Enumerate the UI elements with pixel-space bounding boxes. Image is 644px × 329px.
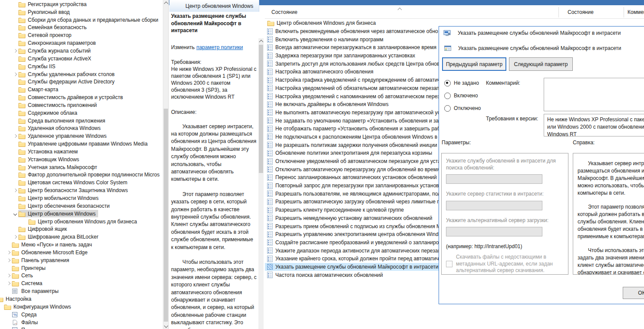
tree-item[interactable]: Центр обновления Windows [12,210,163,218]
ok-button[interactable]: ОК [623,287,644,299]
folder-icon [4,303,11,310]
radio-option[interactable]: Отключено [444,104,481,112]
column-divider[interactable] [624,7,624,17]
chevron-right-icon[interactable] [6,282,12,285]
tree-item[interactable]: Центр мобильности Windows [12,194,163,202]
tree-item[interactable]: Служба установки ActiveX [12,55,163,63]
description-scrollbar-thumb[interactable] [259,45,263,173]
tree-item-inner: Управление цифровыми правами Windows Med… [18,140,149,148]
list-item-label: Разрешить немедленную установку автомати… [275,215,432,221]
tree-item[interactable]: Цифровой ящик [12,225,163,233]
dialog-titlebar[interactable]: Указать размещение службы обновлений Май… [439,27,644,40]
tree-item[interactable]: Принтеры [6,264,163,272]
tree-item[interactable]: %Среда [6,311,163,319]
tree-item[interactable]: Синхронизация параметров [12,39,163,47]
tree-item[interactable]: Настройка [0,295,163,303]
radio-button[interactable] [444,93,451,99]
tree-item[interactable]: Удаленная оболочка Windows [12,125,163,133]
download-files-checkbox-row: Скачивать файлы с недостающими в метадан… [446,254,564,274]
tree-item[interactable]: Службы удаленных рабочих столов [12,70,163,78]
environment-icon: % [12,311,19,318]
tree-item[interactable]: Регистрация устройства [12,0,163,8]
tree-item[interactable]: Панель управления [6,256,163,264]
tree-item-inner: Система [12,280,43,287]
tree-item[interactable]: Сеть [6,272,163,280]
column-header-state-left[interactable]: Состояние [271,9,297,15]
scroll-down-button[interactable] [163,323,168,329]
chevron-right-icon[interactable] [6,251,12,254]
tree-item[interactable]: %П [6,326,163,329]
chevron-right-icon[interactable] [12,73,18,76]
tree-item[interactable]: Меню «Пуск» и панель задач [6,241,163,249]
tree-item[interactable]: Обновление Microsoft Edge [6,249,163,256]
tree-item[interactable]: Среда выполнения приложения [12,117,163,125]
tree-item-inner: Установщик Windows [18,156,80,163]
tree-item[interactable]: Службы федерации Active Directory [12,78,163,86]
tree-item[interactable]: Совместимость драйверов и устройств [12,93,163,101]
column-header-state[interactable]: Состояние [568,9,594,15]
tree-item[interactable]: Учетная запись Майкрософт [12,163,163,171]
tree-item[interactable]: Содержимое облака [12,109,163,117]
tree-item-inner: Содержимое облака [18,109,79,116]
tree-item-inner: Совместимость драйверов и устройств [18,94,124,101]
tree-item[interactable]: Службы IIS [12,63,163,70]
scroll-up-button[interactable] [258,38,264,44]
tree-item[interactable]: Установка нажатием [12,148,163,156]
tree-item[interactable]: Центр обеспечения безопасности [12,202,163,210]
tree-item[interactable]: Смарт-карта [12,86,163,93]
tree-item-label: Службы IIS [28,63,55,70]
tree-scrollbar-thumb[interactable] [164,109,168,322]
tree-item[interactable]: Удаленное управление Windows [12,132,163,140]
next-setting-button[interactable]: Следующий параметр [509,57,573,71]
column-header-comment[interactable]: Комментарий [627,9,644,15]
chevron-down-icon[interactable] [12,213,18,215]
option-field-label: Укажите альтернативный сервер загрузки: [446,217,564,224]
chevron-right-icon[interactable] [6,259,12,262]
radio-option[interactable]: Включено [444,92,481,100]
description-paragraph: Указывает сервер интрасети, на котором д… [171,123,257,183]
tree-item[interactable]: Цветовая система Windows Color System [12,179,163,186]
folder-icon [173,3,180,9]
policy-icon [267,28,273,35]
tree-item[interactable]: Управление цифровыми правами Windows Med… [12,140,163,148]
chevron-right-icon[interactable] [12,236,18,238]
tree-item[interactable]: Совместимость приложений [12,101,163,109]
radio-button[interactable] [444,105,451,112]
tree-item[interactable]: Сетевой проектор [12,31,163,39]
tree-item[interactable]: Файлы [6,319,163,326]
radio-option[interactable]: Не задано [444,79,481,87]
chevron-right-icon[interactable] [12,135,18,137]
chevron-right-icon[interactable] [6,274,12,277]
tree-item[interactable]: Служба журнала событий [12,47,163,55]
comment-textarea[interactable] [544,78,644,111]
tree-item[interactable]: Центр обновления Windows для бизнеса [22,218,163,226]
tree-item[interactable]: Семейная безопасность [12,24,163,32]
tree-item[interactable]: Система [6,279,163,287]
tree-item-inner: Установка нажатием [18,148,79,155]
tree-item[interactable]: Установщик Windows [12,156,163,163]
folder-icon [18,63,26,70]
tree-item[interactable]: Шифрование диска BitLocker [12,233,163,241]
previous-setting-button[interactable]: Предыдущий параметр [442,57,506,71]
tree-item[interactable]: Все параметры [6,287,163,295]
tree-item[interactable]: Рукописный ввод [12,8,163,16]
radio-button[interactable] [444,80,451,86]
tree-item[interactable]: Фактор дополнительной проверки подлиннос… [12,171,163,179]
tree-item[interactable]: Конфигурация Windows [0,303,163,311]
tree-item[interactable]: Сборки для сбора данных и предварительны… [12,16,163,24]
tree-item[interactable]: Центр безопасности Защитника Windows [12,186,163,194]
tree-item-inner: Меню «Пуск» и панель задач [12,241,93,249]
description-scrollbar[interactable] [258,38,264,329]
tree-item-label: Содержимое облака [28,110,77,116]
folder-icon [18,9,26,15]
column-divider[interactable] [558,7,559,17]
chevron-right-icon[interactable] [12,50,18,52]
policy-icon [267,117,273,124]
scroll-up-icon[interactable] [396,6,403,12]
tree-item-label: Панель управления [21,257,69,263]
chevron-right-icon[interactable] [12,189,18,192]
scroll-up-button[interactable] [163,0,168,6]
tree-scrollbar[interactable] [163,0,168,329]
edit-policy-link[interactable]: параметр политики [196,44,243,50]
tree-item-label: Цифровой ящик [28,226,67,232]
